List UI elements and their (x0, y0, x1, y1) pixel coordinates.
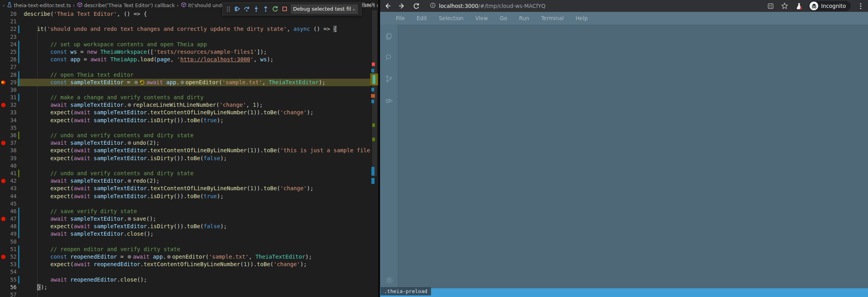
code-line[interactable]: 35 (0, 124, 378, 132)
explorer-icon[interactable] (384, 31, 394, 41)
breakpoint-gutter[interactable] (0, 155, 7, 162)
breakpoint-gutter[interactable] (0, 253, 7, 261)
breakpoint-gutter[interactable] (0, 284, 7, 291)
inline-breakpoint-dot[interactable] (167, 255, 171, 259)
breakpoint-gutter[interactable] (0, 94, 7, 101)
info-icon[interactable] (430, 2, 436, 9)
scrollbar-thumb[interactable] (372, 10, 377, 176)
code-line[interactable]: ▸29 const sampleTextEditor = await app.o… (0, 79, 378, 86)
code-line[interactable]: 21 (0, 18, 378, 25)
code-line[interactable]: 32 await sampleTextEditor.replaceLineWit… (0, 101, 378, 109)
inline-breakpoint-dot[interactable] (128, 217, 131, 221)
breakpoint-gutter[interactable] (0, 86, 7, 94)
code-line[interactable]: 37 await sampleTextEditor.undo(2); (0, 139, 378, 147)
breakpoint-gutter[interactable] (0, 291, 7, 297)
breakpoint-gutter[interactable] (0, 246, 7, 253)
debug-step-out-button[interactable] (262, 4, 269, 14)
breakpoint-gutter[interactable] (0, 71, 7, 79)
code-line[interactable]: 42 await sampleTextEditor.redo(2); (0, 177, 378, 185)
code-line[interactable]: 48 expect(await sampleTextEditor.isDirty… (0, 223, 378, 230)
breakpoint-gutter[interactable] (0, 117, 7, 124)
breakpoint-gutter[interactable] (0, 193, 7, 200)
breakpoint-gutter[interactable] (0, 200, 7, 208)
code-line[interactable]: 34 expect(await sampleTextEditor.isDirty… (0, 117, 378, 124)
inline-breakpoint-dot[interactable] (128, 103, 131, 107)
code-line[interactable]: 44 expect(await sampleTextEditor.isDirty… (0, 193, 378, 200)
code-line[interactable]: 33 expect(await sampleTextEditor.textCon… (0, 109, 378, 116)
code-line[interactable]: 53 expect(await reopenedEditor.textConte… (0, 261, 378, 268)
breakpoint-gutter[interactable] (0, 10, 7, 18)
breakpoint-gutter[interactable] (0, 132, 7, 139)
breakpoint-gutter[interactable] (0, 177, 7, 185)
code-line[interactable]: 47 await sampleTextEditor.save(); (0, 215, 378, 223)
breakpoint-icon[interactable] (1, 179, 6, 183)
code-line[interactable]: 38 expect(await sampleTextEditor.textCon… (0, 147, 378, 154)
code-line[interactable]: 31 // make a change and verify contents … (0, 94, 378, 101)
code-line[interactable]: 41 // undo and verify contents and dirty… (0, 170, 378, 177)
menu-item-run[interactable]: Run (519, 15, 529, 21)
code-line[interactable]: 55 await reopenedEditor.close(); (0, 276, 378, 284)
code-line[interactable]: 40 (0, 162, 378, 170)
breakpoint-gutter[interactable] (0, 101, 7, 109)
code-line[interactable]: 27 (0, 63, 378, 71)
breakpoint-gutter[interactable] (0, 162, 7, 170)
back-button[interactable] (383, 2, 392, 10)
menu-item-file[interactable]: File (396, 15, 405, 21)
breakpoint-icon[interactable] (1, 103, 6, 107)
debug-icon[interactable] (384, 95, 394, 105)
code-line[interactable]: 57 (0, 291, 378, 297)
kebab-menu-icon[interactable] (856, 2, 865, 10)
code-line[interactable]: 25 const ws = new TheiaWorkspace(['tests… (0, 48, 378, 56)
breakpoint-gutter[interactable] (0, 124, 7, 132)
incognito-badge[interactable]: Incognito (809, 1, 851, 11)
star-icon[interactable] (780, 2, 789, 10)
breadcrumb-item[interactable]: describe('Theia Text Editor') callback (77, 2, 175, 9)
breakpoint-gutter[interactable] (0, 276, 7, 284)
overview-ruler[interactable] (370, 10, 378, 297)
debug-stop-button[interactable] (281, 4, 288, 14)
debug-step-into-button[interactable] (253, 4, 260, 14)
source-control-icon[interactable] (384, 74, 394, 84)
breakpoint-gutter[interactable] (0, 63, 7, 71)
breadcrumb-item[interactable]: theia-text-editor.test.ts (7, 2, 71, 9)
forward-button[interactable] (397, 2, 406, 10)
drag-handle-icon[interactable] (226, 4, 231, 14)
breakpoint-icon[interactable] (1, 141, 6, 145)
breakpoint-gutter[interactable] (0, 238, 7, 246)
inline-breakpoint-dot[interactable] (128, 255, 131, 259)
inline-breakpoint-dot[interactable] (134, 81, 138, 84)
code-line[interactable]: 23 (0, 33, 378, 41)
debug-restart-button[interactable] (272, 4, 279, 14)
breakpoint-gutter[interactable] (0, 48, 7, 56)
code-line[interactable]: 43 expect(await sampleTextEditor.textCon… (0, 185, 378, 192)
breakpoint-gutter[interactable] (0, 223, 7, 230)
breakpoint-gutter[interactable] (0, 208, 7, 215)
breakpoint-gutter[interactable] (0, 185, 7, 192)
breakpoint-gutter[interactable] (0, 147, 7, 154)
code-line[interactable]: 26 const app = await TheiaApp.load(page,… (0, 56, 378, 63)
flask-icon[interactable] (795, 2, 803, 10)
code-line[interactable]: 24 // set up workspace contents and open… (0, 41, 378, 48)
breakpoint-icon[interactable] (1, 255, 6, 259)
breakpoint-gutter[interactable]: ▸ (0, 79, 7, 86)
search-icon[interactable] (384, 52, 394, 62)
inline-breakpoint-dot[interactable] (181, 81, 184, 84)
url-bar[interactable]: localhost:3000/#/tmp/cloud-ws-MACfYQ (426, 1, 761, 11)
inline-breakpoint-dot[interactable] (128, 141, 131, 145)
breakpoint-gutter[interactable] (0, 18, 7, 25)
breakpoint-gutter[interactable] (0, 25, 7, 33)
code-line[interactable]: 51 // reopen editor and verify dirty sta… (0, 246, 378, 253)
reload-button[interactable] (412, 2, 420, 10)
code-line[interactable]: 56 }); (0, 284, 378, 291)
breakpoint-gutter[interactable] (0, 268, 7, 276)
code-line[interactable]: 46 // save verify dirty state (0, 208, 378, 215)
breakpoint-gutter[interactable] (0, 56, 7, 63)
code-line[interactable]: 50 (0, 238, 378, 246)
breakpoint-icon[interactable] (1, 217, 6, 221)
code-line[interactable]: 39 expect(await sampleTextEditor.isDirty… (0, 155, 378, 162)
menu-item-help[interactable]: Help (576, 15, 588, 21)
breakpoint-gutter[interactable] (0, 261, 7, 268)
code-line[interactable]: 45 (0, 200, 378, 208)
code-line[interactable]: 52 const reopenedEditor = await app.open… (0, 253, 378, 261)
debug-continue-button[interactable] (234, 4, 241, 14)
